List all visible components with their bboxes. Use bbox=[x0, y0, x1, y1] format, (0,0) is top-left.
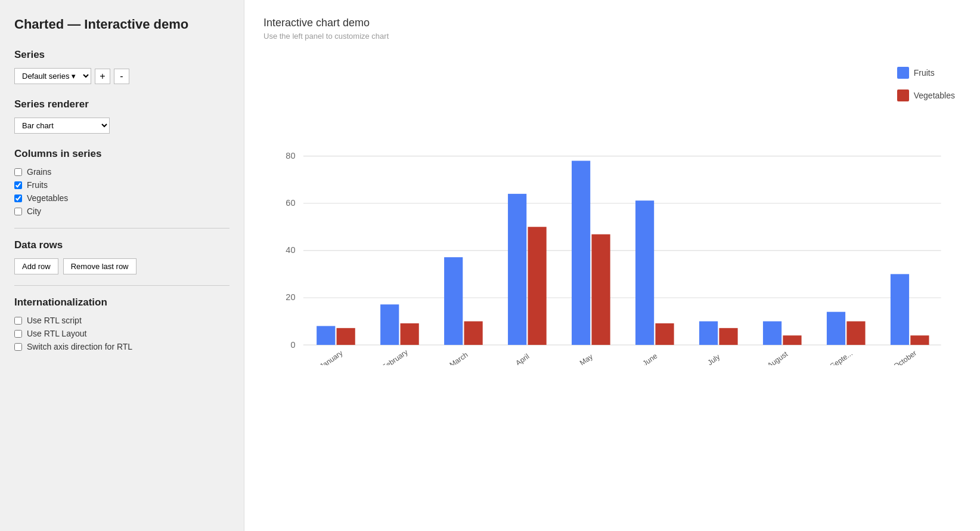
svg-text:80: 80 bbox=[286, 151, 295, 160]
chart-legend: Fruits Vegetables bbox=[897, 67, 955, 101]
svg-text:August: August bbox=[766, 350, 790, 365]
data-rows-title: Data rows bbox=[14, 239, 230, 251]
rtl-layout-checkbox[interactable] bbox=[14, 330, 22, 338]
chart-subtitle: Use the left panel to customize chart bbox=[263, 32, 961, 41]
left-panel: Charted — Interactive demo Series Defaul… bbox=[0, 0, 244, 531]
vegetables-label: Vegetables bbox=[27, 193, 68, 203]
svg-text:October: October bbox=[892, 349, 919, 365]
remove-last-row-button[interactable]: Remove last row bbox=[63, 258, 137, 274]
intl-section: Internationalization Use RTL script Use … bbox=[14, 297, 230, 351]
bar-aug-fruits bbox=[763, 322, 781, 345]
rtl-script-checkbox[interactable] bbox=[14, 317, 22, 325]
series-dropdown[interactable]: Default series ▾ bbox=[14, 68, 91, 84]
remove-series-button[interactable]: - bbox=[114, 69, 129, 84]
column-fruits: Fruits bbox=[14, 180, 230, 190]
bar-oct-veg bbox=[910, 335, 929, 345]
fruits-legend-label: Fruits bbox=[914, 68, 935, 78]
svg-text:Septe...: Septe... bbox=[829, 349, 854, 365]
column-city: City bbox=[14, 206, 230, 216]
columns-section: Columns in series Grains Fruits Vegetabl… bbox=[14, 148, 230, 216]
bar-jan-veg bbox=[337, 328, 355, 345]
legend-fruits: Fruits bbox=[897, 67, 955, 79]
svg-text:20: 20 bbox=[286, 292, 295, 302]
add-row-button[interactable]: Add row bbox=[14, 258, 58, 274]
rtl-script-label: Use RTL script bbox=[27, 316, 82, 325]
bar-jun-veg bbox=[655, 323, 674, 345]
renderer-section-title: Series renderer bbox=[14, 98, 230, 110]
city-checkbox[interactable] bbox=[14, 208, 22, 215]
rtl-script-item: Use RTL script bbox=[14, 316, 230, 325]
chart-title: Interactive chart demo bbox=[263, 17, 961, 29]
bar-jun-fruits bbox=[635, 200, 654, 345]
svg-text:February: February bbox=[381, 348, 410, 365]
svg-text:June: June bbox=[641, 351, 659, 365]
bar-aug-veg bbox=[783, 335, 801, 345]
bar-oct-fruits bbox=[891, 274, 909, 345]
rtl-layout-label: Use RTL Layout bbox=[27, 329, 86, 338]
data-rows-section: Data rows Add row Remove last row bbox=[14, 239, 230, 274]
fruits-label: Fruits bbox=[27, 180, 48, 190]
vegetables-checkbox[interactable] bbox=[14, 195, 22, 202]
intl-title: Internationalization bbox=[14, 297, 230, 308]
fruits-swatch bbox=[897, 67, 909, 79]
rtl-layout-item: Use RTL Layout bbox=[14, 329, 230, 338]
grains-label: Grains bbox=[27, 167, 51, 177]
bar-may-veg bbox=[591, 234, 610, 345]
bar-sep-veg bbox=[846, 322, 865, 345]
column-grains: Grains bbox=[14, 167, 230, 177]
bar-apr-veg bbox=[528, 227, 546, 345]
bar-chart-svg: 0 20 40 60 80 January February March bbox=[263, 55, 961, 365]
right-panel: Interactive chart demo Use the left pane… bbox=[244, 0, 980, 531]
svg-text:July: July bbox=[706, 352, 722, 365]
add-series-button[interactable]: + bbox=[95, 69, 110, 84]
bar-mar-fruits bbox=[444, 257, 463, 345]
svg-text:60: 60 bbox=[286, 198, 295, 208]
bar-jul-fruits bbox=[699, 322, 718, 345]
chart-container: Fruits Vegetables 0 20 40 bbox=[263, 55, 961, 365]
grains-checkbox[interactable] bbox=[14, 168, 22, 176]
svg-text:May: May bbox=[578, 352, 595, 365]
row-buttons: Add row Remove last row bbox=[14, 258, 230, 274]
svg-text:March: March bbox=[448, 350, 470, 365]
bar-mar-veg bbox=[464, 322, 483, 345]
switch-axis-checkbox[interactable] bbox=[14, 343, 22, 351]
switch-axis-item: Switch axis direction for RTL bbox=[14, 342, 230, 351]
switch-axis-label: Switch axis direction for RTL bbox=[27, 342, 132, 351]
svg-text:January: January bbox=[318, 348, 345, 365]
app-title: Charted — Interactive demo bbox=[14, 17, 230, 32]
bar-may-fruits bbox=[572, 160, 590, 345]
series-controls: Default series ▾ + - bbox=[14, 68, 230, 84]
columns-section-title: Columns in series bbox=[14, 148, 230, 160]
bar-sep-fruits bbox=[827, 312, 845, 345]
bar-feb-fruits bbox=[380, 304, 399, 345]
vegetables-swatch bbox=[897, 89, 909, 101]
bar-jul-veg bbox=[719, 328, 737, 345]
renderer-dropdown[interactable]: Bar chart Line chart Area chart bbox=[14, 118, 110, 134]
city-label: City bbox=[27, 206, 41, 216]
svg-text:0: 0 bbox=[290, 340, 295, 350]
series-section-title: Series bbox=[14, 49, 230, 61]
svg-text:40: 40 bbox=[286, 245, 295, 255]
bar-apr-fruits bbox=[508, 194, 526, 345]
legend-vegetables: Vegetables bbox=[897, 89, 955, 101]
bar-jan-fruits bbox=[317, 326, 335, 345]
column-vegetables: Vegetables bbox=[14, 193, 230, 203]
vegetables-legend-label: Vegetables bbox=[914, 91, 955, 100]
fruits-checkbox[interactable] bbox=[14, 181, 22, 189]
svg-text:April: April bbox=[514, 352, 531, 365]
bar-feb-veg bbox=[401, 323, 419, 345]
